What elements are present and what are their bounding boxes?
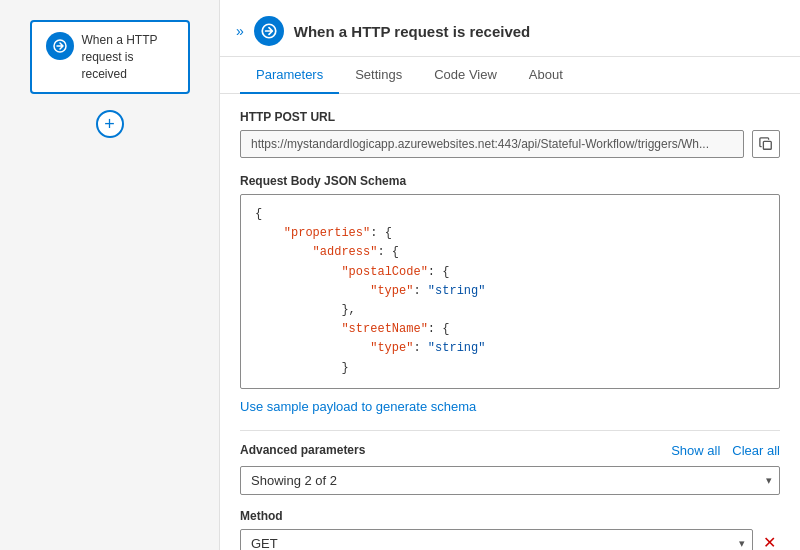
trigger-label: When a HTTP request is received: [82, 32, 174, 82]
http-post-url-value: https://mystandardlogicapp.azurewebsites…: [240, 130, 744, 158]
collapse-button[interactable]: »: [236, 23, 244, 39]
tab-code-view[interactable]: Code View: [418, 57, 513, 94]
method-select[interactable]: GET: [240, 529, 753, 550]
panel-content: HTTP POST URL https://mystandardlogicapp…: [220, 94, 800, 550]
schema-label: Request Body JSON Schema: [240, 174, 780, 188]
panel-header: » When a HTTP request is received: [220, 0, 800, 57]
advanced-params-select-wrapper: Showing 2 of 2 ▾: [240, 466, 780, 495]
method-select-wrapper: GET ▾: [240, 529, 753, 550]
tab-about[interactable]: About: [513, 57, 579, 94]
show-all-button[interactable]: Show all: [671, 443, 720, 458]
left-panel: When a HTTP request is received +: [0, 0, 220, 550]
tab-parameters[interactable]: Parameters: [240, 57, 339, 94]
header-trigger-icon: [260, 22, 278, 40]
svg-rect-2: [763, 141, 771, 149]
method-clear-button[interactable]: ✕: [759, 535, 780, 550]
right-panel: » When a HTTP request is received Parame…: [220, 0, 800, 550]
advanced-params-label: Advanced parameters: [240, 443, 365, 457]
clear-all-button[interactable]: Clear all: [732, 443, 780, 458]
http-post-url-label: HTTP POST URL: [240, 110, 780, 124]
method-input-row: GET ▾ ✕: [240, 529, 780, 550]
advanced-params-select-row: Showing 2 of 2 ▾: [240, 466, 780, 495]
trigger-card[interactable]: When a HTTP request is received: [30, 20, 190, 94]
method-param-row: Method GET ▾ ✕: [240, 509, 780, 550]
panel-title: When a HTTP request is received: [294, 23, 530, 40]
http-trigger-icon: [52, 38, 68, 54]
copy-icon: [759, 137, 773, 151]
divider: [240, 430, 780, 431]
schema-editor[interactable]: { "properties": { "address": { "postalCo…: [240, 194, 780, 389]
tab-settings[interactable]: Settings: [339, 57, 418, 94]
header-icon-wrap: [254, 16, 284, 46]
advanced-params-row: Advanced parameters Show all Clear all: [240, 443, 780, 458]
advanced-params-select[interactable]: Showing 2 of 2: [240, 466, 780, 495]
trigger-icon-wrap: [46, 32, 74, 60]
add-step-button[interactable]: +: [96, 110, 124, 138]
sample-payload-link[interactable]: Use sample payload to generate schema: [240, 399, 780, 414]
copy-url-button[interactable]: [752, 130, 780, 158]
url-row: https://mystandardlogicapp.azurewebsites…: [240, 130, 780, 158]
method-label: Method: [240, 509, 780, 523]
advanced-actions: Show all Clear all: [671, 443, 780, 458]
tabs-bar: Parameters Settings Code View About: [220, 57, 800, 94]
